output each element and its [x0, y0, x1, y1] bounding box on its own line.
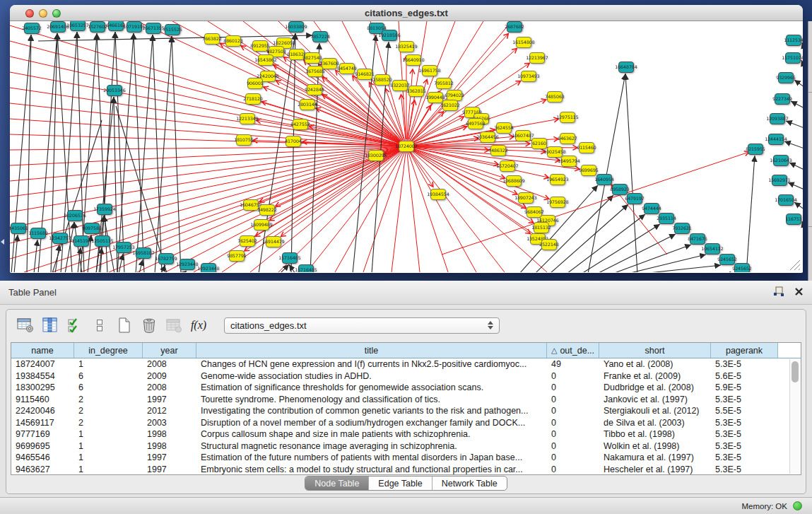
svg-text:1588520: 1588520	[372, 77, 392, 82]
column-header-pagerank[interactable]: pagerank	[711, 343, 778, 358]
tab-edge-table[interactable]: Edge Table	[368, 477, 431, 490]
table-cell: 9777169	[11, 428, 74, 440]
row-height-icon[interactable]	[89, 315, 110, 336]
table-cell: Investigating the contribution of common…	[196, 405, 547, 417]
table-select-combobox[interactable]: citations_edges.txt	[224, 317, 500, 334]
zoom-window-button[interactable]	[52, 9, 61, 18]
svg-text:10654112: 10654112	[701, 246, 724, 251]
combo-stepper-icon	[488, 321, 493, 329]
table-cell: 0	[547, 452, 599, 464]
scrollbar-thumb[interactable]	[792, 361, 799, 382]
svg-text:12923448: 12923448	[176, 262, 199, 267]
table-cell: 5.3E-5	[711, 417, 778, 429]
svg-text:15751074: 15751074	[782, 55, 803, 60]
svg-text:1990448: 1990448	[425, 95, 445, 100]
svg-text:2803144: 2803144	[298, 102, 317, 107]
svg-text:16640910: 16640910	[402, 57, 425, 62]
table-cell: Embryonic stem cells: a model to study s…	[196, 464, 547, 476]
table-cell: 5.3E-5	[711, 452, 778, 464]
table-cell: 2008	[143, 358, 196, 370]
svg-text:1115689: 1115689	[28, 230, 48, 235]
table-row[interactable]: 2242004622012Investigating the contribut…	[11, 405, 801, 417]
table-cell: Yano et al. (2008)	[599, 358, 711, 370]
svg-text:1621022: 1621022	[440, 103, 460, 107]
table-cell: Wolkin et al. (1998)	[599, 440, 711, 452]
svg-text:8958923: 8958923	[610, 187, 630, 192]
table-cell: Estimation of the future numbers of pati…	[196, 452, 547, 464]
svg-text:19384554: 19384554	[427, 192, 449, 197]
close-window-button[interactable]	[25, 9, 34, 18]
column-header-title[interactable]: title	[196, 343, 547, 358]
import-table-icon[interactable]	[163, 315, 184, 336]
svg-text:18495794: 18495794	[558, 158, 580, 163]
panel-collapse-arrow-icon[interactable]	[1, 239, 4, 245]
table-cell: 2012	[143, 405, 196, 417]
svg-text:2367608: 2367608	[319, 61, 339, 66]
svg-text:12213967: 12213967	[526, 55, 548, 60]
table-cell: 18300295	[11, 382, 74, 394]
table-cell: 2003	[143, 417, 196, 429]
window-titlebar[interactable]: citations_edges.txt	[10, 5, 803, 21]
column-header-year[interactable]: year	[143, 343, 196, 358]
table-cell: 49	[547, 358, 599, 370]
select-rows-icon[interactable]	[64, 315, 86, 336]
column-header-in_degree[interactable]: in_degree	[74, 343, 143, 358]
table-cell: 1	[74, 440, 143, 452]
svg-text:1810755: 1810755	[234, 137, 254, 142]
svg-text:9242848: 9242848	[305, 87, 324, 92]
svg-text:15716485: 15716485	[278, 255, 301, 260]
graph-nodes[interactable]: 8912955182260589827503165438628186328982…	[10, 21, 803, 272]
table-row[interactable]: 1938455462009Genome-wide association stu…	[11, 370, 801, 382]
svg-text:16543862: 16543862	[254, 57, 277, 62]
svg-text:12342757: 12342757	[49, 235, 71, 240]
table-cell: Changes of HCN gene expression and I(f) …	[196, 358, 547, 370]
table-row[interactable]: 911546021997Tourette syndrome. Phenomeno…	[11, 394, 801, 406]
column-header-out_de[interactable]: △out_de...	[547, 343, 599, 358]
table-cell: 5.5E-5	[711, 405, 778, 417]
svg-text:1145194: 1145194	[71, 238, 91, 243]
table-row[interactable]: 1830029562008Estimation of significance …	[11, 382, 801, 394]
minimize-window-button[interactable]	[39, 9, 47, 18]
table-body: 1872400712008Changes of HCN gene express…	[11, 358, 801, 475]
svg-text:16671355: 16671355	[142, 25, 165, 30]
svg-text:1675685: 1675685	[305, 69, 325, 74]
table-cell: 1998	[143, 428, 196, 440]
svg-text:16120746: 16120746	[536, 218, 559, 223]
tab-node-table[interactable]: Node Table	[305, 477, 368, 490]
table-tabs-row: Node TableEdge TableNetwork Table	[6, 476, 806, 491]
svg-text:18226058: 18226058	[273, 40, 295, 45]
table-panel-body: f(x) citations_edges.txt namein_degreeye…	[6, 309, 806, 494]
table-column-icon[interactable]	[40, 315, 61, 336]
table-cell: de Silva et al. (2003)	[599, 417, 711, 429]
delete-table-icon[interactable]	[139, 315, 160, 336]
float-panel-icon[interactable]	[773, 286, 784, 299]
memory-status-indicator[interactable]	[793, 501, 802, 510]
table-row[interactable]: 946554611997Estimation of the future num…	[11, 452, 801, 464]
svg-text:3624554: 3624554	[494, 125, 514, 130]
new-table-icon[interactable]	[114, 315, 135, 336]
tab-network-table[interactable]: Network Table	[432, 477, 507, 490]
svg-text:10688609: 10688609	[502, 178, 525, 183]
table-row[interactable]: 946362711997Embryonic stem cells: a mode…	[11, 464, 801, 476]
svg-text:1498222: 1498222	[257, 207, 277, 212]
table-row[interactable]: 1872400712008Changes of HCN gene express…	[11, 358, 801, 370]
close-panel-icon[interactable]	[794, 286, 804, 299]
table-row[interactable]: 977716911998Corpus callosum shape and si…	[11, 428, 801, 440]
column-header-short[interactable]: short	[599, 343, 711, 358]
network-canvas[interactable]: 8912955182260589827503165438628186328982…	[10, 21, 803, 272]
network-window: citations_edges.txt 89129551822605898275…	[10, 5, 803, 273]
table-cell: 0	[547, 405, 599, 417]
table-cell: Stergiakouli et al. (2012)	[599, 405, 711, 417]
table-settings-icon[interactable]	[15, 315, 36, 336]
background-window-edge	[808, 21, 812, 281]
table-cell: 18724007	[11, 358, 74, 370]
table-vertical-scrollbar[interactable]	[789, 359, 800, 474]
svg-text:2405572: 2405572	[22, 25, 42, 30]
table-panel-header: Table Panel	[0, 281, 812, 305]
function-builder-icon[interactable]: f(x)	[188, 315, 209, 336]
table-row[interactable]: 969969511998Structural magnetic resonanc…	[11, 440, 801, 452]
svg-text:18325419: 18325419	[395, 44, 418, 49]
svg-text:12444154: 12444154	[765, 136, 787, 141]
column-header-name[interactable]: name	[11, 343, 74, 358]
table-row[interactable]: 1456911722003Disruption of a novel membe…	[11, 417, 801, 429]
